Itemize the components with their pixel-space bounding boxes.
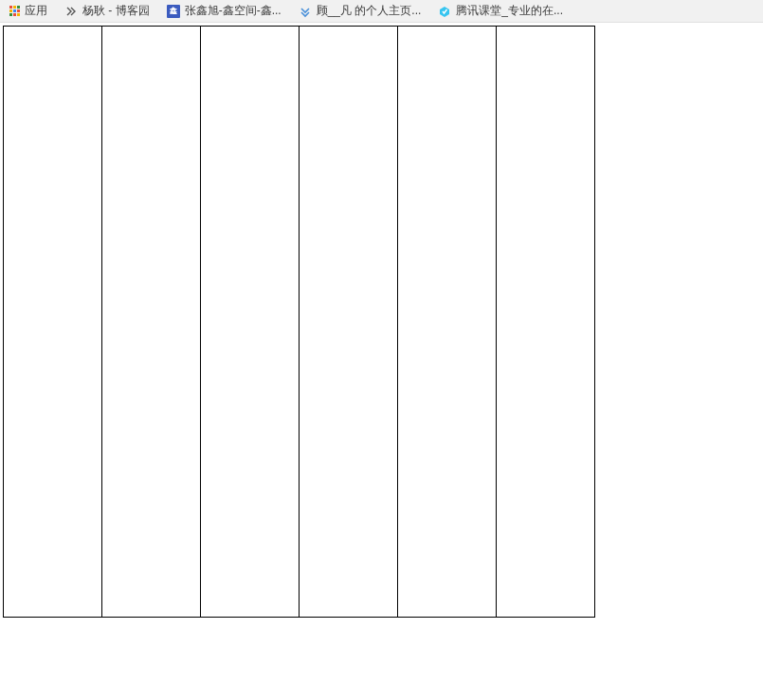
bookmark-label: 张鑫旭-鑫空间-鑫...	[185, 3, 282, 19]
apps-icon	[9, 6, 20, 16]
bookmark-item-zxx[interactable]: 鑫 张鑫旭-鑫空间-鑫...	[167, 3, 282, 19]
bookmark-item-tencent[interactable]: 腾讯课堂_专业的在...	[438, 3, 563, 19]
apps-label: 应用	[25, 3, 47, 19]
bookmark-label: 顾__凡 的个人主页...	[317, 3, 422, 19]
bookmark-label: 腾讯课堂_专业的在...	[456, 3, 563, 19]
grid-column	[101, 27, 200, 617]
zxx-icon: 鑫	[167, 5, 180, 18]
grid-container	[3, 26, 595, 618]
grid-column	[200, 27, 299, 617]
grid-column	[496, 27, 595, 617]
grid-column	[3, 27, 101, 617]
page-content	[0, 23, 763, 618]
tencent-icon	[438, 5, 451, 18]
bookmark-label: 杨耿 - 博客园	[82, 3, 150, 19]
chevrons-down-icon	[299, 5, 312, 18]
grid-column	[397, 27, 496, 617]
bookmark-item-gufan[interactable]: 顾__凡 的个人主页...	[299, 3, 422, 19]
bookmark-bar: 应用 杨耿 - 博客园 鑫 张鑫旭-鑫空间-鑫... 顾__凡 的个人主页...	[0, 0, 763, 23]
cnblogs-icon	[64, 5, 78, 18]
bookmark-item-cnblogs[interactable]: 杨耿 - 博客园	[64, 3, 150, 19]
apps-shortcut[interactable]: 应用	[9, 3, 47, 19]
grid-column	[299, 27, 397, 617]
